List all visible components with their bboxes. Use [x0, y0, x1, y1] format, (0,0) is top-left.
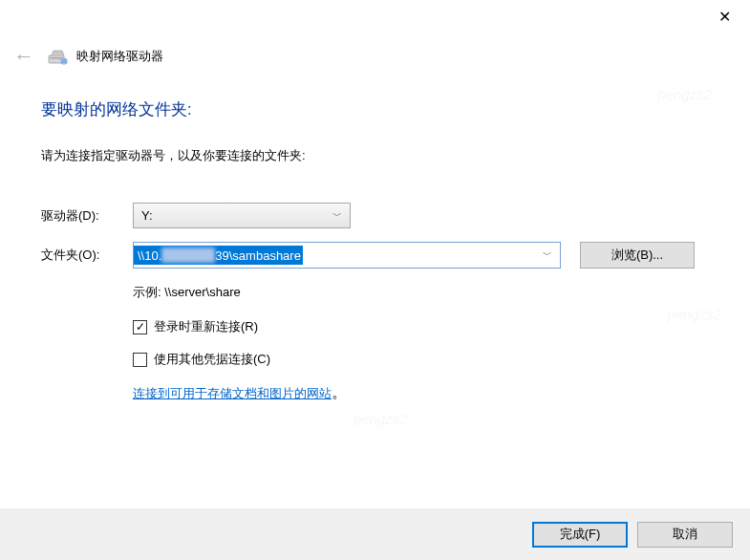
- example-text: 示例: \\server\share: [133, 284, 721, 301]
- credentials-label: 使用其他凭据连接(C): [154, 351, 270, 368]
- drive-label: 驱动器(D):: [41, 207, 133, 225]
- folder-row: 文件夹(O): \\10.39\sambashare ﹀ 浏览(B)...: [41, 242, 721, 269]
- network-drive-icon: [48, 49, 68, 65]
- folder-label: 文件夹(O):: [41, 247, 133, 264]
- finish-button[interactable]: 完成(F): [532, 522, 628, 548]
- chevron-down-icon: ﹀: [543, 248, 552, 262]
- instruction-text: 请为连接指定驱动器号，以及你要连接的文件夹:: [41, 147, 721, 164]
- credentials-checkbox[interactable]: 使用其他凭据连接(C): [133, 351, 721, 368]
- close-button[interactable]: ✕: [711, 4, 739, 30]
- drive-select-value: Y:: [141, 208, 153, 223]
- storage-site-link[interactable]: 连接到可用于存储文档和图片的网站: [133, 386, 332, 400]
- folder-combobox[interactable]: \\10.39\sambashare ﹀: [133, 242, 561, 269]
- folder-input-value: \\10.39\sambashare: [134, 246, 303, 265]
- wizard-header: ← 映射网络驱动器: [13, 44, 163, 69]
- reconnect-checkbox[interactable]: ✓ 登录时重新连接(R): [133, 318, 721, 335]
- wizard-content: 要映射的网络文件夹: 请为连接指定驱动器号，以及你要连接的文件夹: 驱动器(D)…: [41, 99, 721, 403]
- cancel-button[interactable]: 取消: [637, 522, 733, 548]
- checkbox-icon: ✓: [133, 320, 147, 334]
- drive-row: 驱动器(D): Y: ﹀: [41, 203, 721, 228]
- reconnect-label: 登录时重新连接(R): [154, 318, 258, 335]
- browse-button[interactable]: 浏览(B)...: [580, 242, 695, 269]
- wizard-footer: 完成(F) 取消: [0, 508, 750, 560]
- checkbox-icon: [133, 353, 147, 367]
- drive-select[interactable]: Y: ﹀: [133, 203, 351, 228]
- svg-rect-1: [51, 57, 63, 59]
- window-title: 映射网络驱动器: [76, 48, 163, 65]
- chevron-down-icon: ﹀: [332, 209, 342, 223]
- back-arrow-icon: ←: [13, 44, 34, 69]
- watermark: pengzs2: [354, 411, 408, 427]
- page-heading: 要映射的网络文件夹:: [41, 99, 721, 120]
- storage-link-line: 连接到可用于存储文档和图片的网站。: [133, 383, 721, 403]
